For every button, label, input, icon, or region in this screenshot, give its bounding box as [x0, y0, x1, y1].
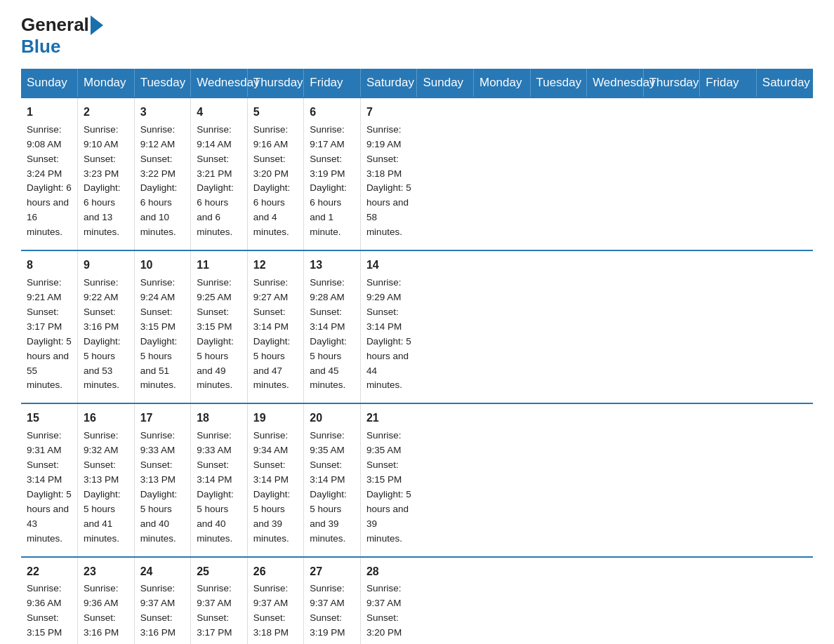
calendar-cell: 4Sunrise: 9:14 AMSunset: 3:21 PMDaylight… — [191, 98, 248, 250]
calendar-cell: 25Sunrise: 9:37 AMSunset: 3:17 PMDayligh… — [191, 557, 248, 644]
sunrise-text: Sunrise: 9:24 AM — [140, 277, 176, 302]
day-number: 23 — [84, 563, 128, 581]
sunrise-text: Sunrise: 9:14 AM — [197, 124, 232, 149]
sunrise-text: Sunrise: 9:37 AM — [197, 583, 232, 608]
sunrise-text: Sunrise: 9:32 AM — [84, 430, 119, 455]
day-number: 6 — [310, 104, 355, 121]
calendar-cell: 19Sunrise: 9:34 AMSunset: 3:14 PMDayligh… — [247, 403, 304, 556]
sunset-text: Sunset: 3:19 PM — [310, 154, 345, 179]
daylight-text: Daylight: 6 hours and 16 minutes. — [27, 182, 72, 237]
sunrise-text: Sunrise: 9:37 AM — [253, 583, 289, 608]
sunrise-text: Sunrise: 9:08 AM — [27, 124, 62, 149]
header-cell-monday: Monday — [474, 69, 531, 98]
logo: General Blue — [21, 14, 105, 58]
calendar-cell: 14Sunrise: 9:29 AMSunset: 3:14 PMDayligh… — [360, 250, 417, 403]
day-number: 11 — [197, 257, 241, 274]
daylight-text: Daylight: 5 hours and 39 minutes. — [366, 489, 411, 544]
daylight-text: Daylight: 6 hours and 4 minutes. — [253, 182, 291, 237]
calendar-cell: 12Sunrise: 9:27 AMSunset: 3:14 PMDayligh… — [247, 250, 304, 403]
day-number: 15 — [27, 410, 72, 427]
calendar-cell: 21Sunrise: 9:35 AMSunset: 3:15 PMDayligh… — [360, 403, 417, 556]
sunrise-text: Sunrise: 9:36 AM — [27, 583, 62, 608]
daylight-text: Daylight: 5 hours and 43 minutes. — [27, 489, 72, 544]
sunrise-text: Sunrise: 9:37 AM — [366, 583, 402, 608]
day-number: 9 — [84, 257, 128, 274]
sunset-text: Sunset: 3:17 PM — [27, 307, 62, 332]
logo-blue-text: Blue — [21, 36, 60, 57]
calendar-week-row: 1Sunrise: 9:08 AMSunset: 3:24 PMDaylight… — [21, 98, 813, 250]
sunrise-text: Sunrise: 9:27 AM — [253, 277, 289, 302]
logo-general-text: General — [21, 14, 89, 36]
calendar-header-row: SundayMondayTuesdayWednesdayThursdayFrid… — [21, 69, 813, 98]
day-number: 17 — [140, 410, 185, 427]
header-cell-friday: Friday — [304, 69, 361, 98]
sunrise-text: Sunrise: 9:33 AM — [197, 430, 232, 455]
calendar-cell: 26Sunrise: 9:37 AMSunset: 3:18 PMDayligh… — [247, 557, 304, 644]
daylight-text: Daylight: 5 hours and 53 minutes. — [84, 336, 121, 391]
daylight-text: Daylight: 5 hours and 45 minutes. — [310, 336, 347, 391]
sunrise-text: Sunrise: 9:35 AM — [366, 430, 402, 455]
sunset-text: Sunset: 3:13 PM — [84, 459, 119, 485]
sunset-text: Sunset: 3:15 PM — [197, 307, 232, 332]
sunset-text: Sunset: 3:18 PM — [366, 154, 402, 179]
daylight-text: Daylight: 5 hours and 40 minutes. — [197, 489, 234, 544]
day-number: 12 — [253, 257, 298, 274]
sunset-text: Sunset: 3:14 PM — [253, 459, 289, 485]
sunrise-text: Sunrise: 9:16 AM — [253, 124, 289, 149]
day-number: 7 — [366, 104, 411, 121]
calendar-cell: 17Sunrise: 9:33 AMSunset: 3:13 PMDayligh… — [134, 403, 191, 556]
logo-arrow-icon — [91, 15, 103, 35]
calendar-cell: 1Sunrise: 9:08 AMSunset: 3:24 PMDaylight… — [21, 98, 78, 250]
calendar-cell: 22Sunrise: 9:36 AMSunset: 3:15 PMDayligh… — [21, 557, 78, 644]
daylight-text: Daylight: 6 hours and 6 minutes. — [197, 182, 234, 237]
daylight-text: Daylight: 5 hours and 44 minutes. — [366, 336, 411, 391]
header-cell-saturday: Saturday — [360, 69, 417, 98]
sunrise-text: Sunrise: 9:37 AM — [140, 583, 176, 608]
day-number: 27 — [310, 563, 355, 581]
header-cell-monday: Monday — [78, 69, 135, 98]
day-number: 8 — [27, 257, 72, 274]
sunrise-text: Sunrise: 9:10 AM — [84, 124, 119, 149]
daylight-text: Daylight: 5 hours and 49 minutes. — [197, 336, 234, 391]
daylight-text: Daylight: 6 hours and 13 minutes. — [84, 182, 121, 237]
sunset-text: Sunset: 3:15 PM — [140, 307, 176, 332]
day-number: 26 — [253, 563, 298, 581]
day-number: 22 — [27, 563, 72, 581]
sunrise-text: Sunrise: 9:33 AM — [140, 430, 176, 455]
sunset-text: Sunset: 3:20 PM — [366, 612, 402, 638]
sunset-text: Sunset: 3:19 PM — [310, 612, 345, 638]
header-cell-thursday: Thursday — [643, 69, 700, 98]
sunrise-text: Sunrise: 9:35 AM — [310, 430, 345, 455]
sunset-text: Sunset: 3:16 PM — [140, 612, 176, 638]
calendar-cell: 13Sunrise: 9:28 AMSunset: 3:14 PMDayligh… — [304, 250, 361, 403]
day-number: 5 — [253, 104, 298, 121]
sunrise-text: Sunrise: 9:29 AM — [366, 277, 402, 302]
calendar-cell: 9Sunrise: 9:22 AMSunset: 3:16 PMDaylight… — [78, 250, 135, 403]
sunset-text: Sunset: 3:15 PM — [27, 612, 62, 638]
sunset-text: Sunset: 3:20 PM — [253, 154, 289, 179]
sunrise-text: Sunrise: 9:12 AM — [140, 124, 176, 149]
calendar-cell: 7Sunrise: 9:19 AMSunset: 3:18 PMDaylight… — [360, 98, 417, 250]
sunset-text: Sunset: 3:14 PM — [310, 459, 345, 485]
calendar-cell: 24Sunrise: 9:37 AMSunset: 3:16 PMDayligh… — [134, 557, 191, 644]
header-cell-friday: Friday — [700, 69, 757, 98]
sunrise-text: Sunrise: 9:19 AM — [366, 124, 402, 149]
day-number: 2 — [84, 104, 128, 121]
calendar-cell: 6Sunrise: 9:17 AMSunset: 3:19 PMDaylight… — [304, 98, 361, 250]
header-cell-wednesday: Wednesday — [191, 69, 248, 98]
day-number: 24 — [140, 563, 185, 581]
sunset-text: Sunset: 3:14 PM — [310, 307, 345, 332]
sunset-text: Sunset: 3:15 PM — [366, 459, 402, 485]
header-cell-sunday: Sunday — [21, 69, 78, 98]
sunrise-text: Sunrise: 9:28 AM — [310, 277, 345, 302]
sunset-text: Sunset: 3:18 PM — [253, 612, 289, 638]
sunrise-text: Sunrise: 9:31 AM — [27, 430, 62, 455]
daylight-text: Daylight: 5 hours and 47 minutes. — [253, 336, 291, 391]
calendar-week-row: 8Sunrise: 9:21 AMSunset: 3:17 PMDaylight… — [21, 250, 813, 403]
day-number: 4 — [197, 104, 241, 121]
sunset-text: Sunset: 3:22 PM — [140, 154, 176, 179]
sunrise-text: Sunrise: 9:22 AM — [84, 277, 119, 302]
sunset-text: Sunset: 3:14 PM — [197, 459, 232, 485]
calendar-cell: 16Sunrise: 9:32 AMSunset: 3:13 PMDayligh… — [78, 403, 135, 556]
daylight-text: Daylight: 5 hours and 40 minutes. — [140, 489, 178, 544]
